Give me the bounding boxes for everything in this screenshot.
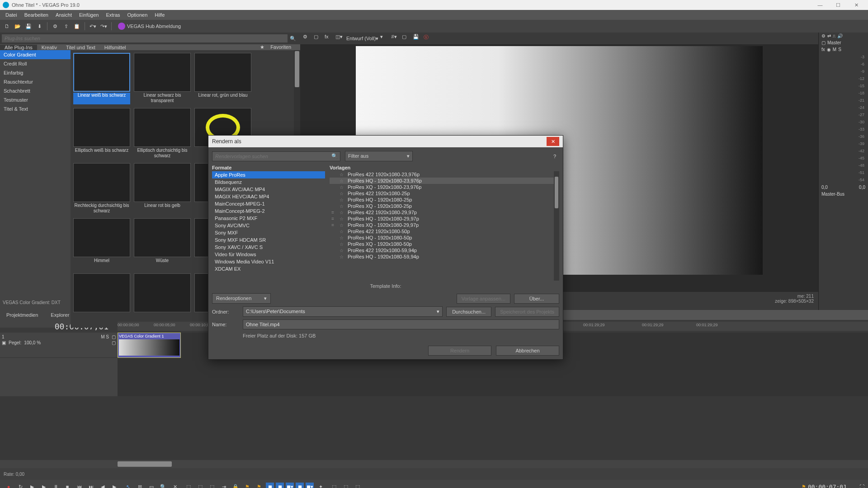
- undo-icon[interactable]: ↶▾: [88, 21, 98, 31]
- menu-hilfe[interactable]: Hilfe: [151, 12, 168, 18]
- preset-item[interactable]: [134, 273, 191, 325]
- new-icon[interactable]: 🗋: [2, 21, 12, 31]
- marker1-icon[interactable]: ⚑: [242, 482, 252, 488]
- misc1-icon[interactable]: ⬚: [329, 482, 339, 488]
- preview-v-icon[interactable]: Ⓥ: [424, 34, 433, 43]
- link-icon[interactable]: ⇄: [827, 33, 831, 38]
- lock-icon[interactable]: 🔒: [231, 482, 241, 488]
- preview-settings-icon[interactable]: ⚙: [303, 34, 312, 43]
- format-item[interactable]: XDCAM EX: [212, 265, 325, 272]
- selection-tool[interactable]: ▭: [146, 482, 156, 488]
- tab-all-plugins[interactable]: Alle Plug-Ins: [0, 45, 37, 50]
- template-item[interactable]: ☆ProRes HQ - 868x488-59,94p: [330, 253, 559, 260]
- play-button[interactable]: ▶: [39, 482, 49, 488]
- format-item[interactable]: Sony MXF: [212, 229, 325, 236]
- snap-icon[interactable]: ⬚: [184, 482, 193, 488]
- template-item[interactable]: ☆ProRes 422 868x488-59,94p: [330, 247, 559, 253]
- template-search-input[interactable]: [212, 151, 340, 161]
- properties-icon[interactable]: ⚙: [50, 21, 60, 31]
- prev-frame-button[interactable]: ◀: [98, 482, 108, 488]
- record-button[interactable]: ●: [4, 482, 14, 488]
- delete-tool[interactable]: ✕: [170, 482, 180, 488]
- browse-button[interactable]: Durchsuchen...: [446, 307, 491, 317]
- format-item[interactable]: Video für Windows: [212, 251, 325, 258]
- preset-item[interactable]: Linear weiß bis schwarz: [73, 53, 130, 104]
- plugin-search-input[interactable]: [2, 34, 288, 42]
- misc3-icon[interactable]: ⬚: [353, 482, 363, 488]
- template-item[interactable]: =☆ProRes HQ - 868x488-29,97p: [330, 216, 559, 222]
- track-header-1[interactable]: 1M S▢ ▣Pegel:100,0 %▢: [0, 333, 118, 358]
- next-frame-button[interactable]: ▶: [109, 482, 119, 488]
- pause-button[interactable]: ⏸: [51, 482, 61, 488]
- gear-icon[interactable]: ⚙: [821, 33, 826, 38]
- template-item[interactable]: ☆ProRes 422 868x488-23,976p: [330, 171, 559, 178]
- preset-item[interactable]: Himmel: [73, 218, 130, 270]
- envelope-tool[interactable]: ⊞: [135, 482, 145, 488]
- customize-template-button[interactable]: Vorlage anpassen...: [457, 294, 510, 304]
- preset-item[interactable]: Linear rot, grün und blau: [194, 53, 251, 104]
- format-item[interactable]: MainConcept-MPEG-2: [212, 207, 325, 215]
- menu-ansicht[interactable]: Ansicht: [52, 12, 75, 18]
- render-icon[interactable]: ⬇: [34, 21, 44, 31]
- templates-scrollbar[interactable]: [554, 171, 559, 281]
- template-item[interactable]: =☆ProRes 422 868x488-29,97p: [330, 209, 559, 216]
- expand-icon[interactable]: ⛶: [859, 484, 864, 488]
- template-item[interactable]: ☆ProRes XQ - 868x488-25p: [330, 203, 559, 209]
- minimize-button[interactable]: —: [811, 0, 829, 10]
- maximize-button[interactable]: ☐: [829, 0, 847, 10]
- snap3-icon[interactable]: ⬚: [207, 482, 217, 488]
- preview-quality-dropdown[interactable]: Entwurf (Voll)▾: [346, 36, 378, 42]
- volume-icon[interactable]: 🔊: [837, 33, 843, 38]
- format-item[interactable]: MAGIX AVC/AAC MP4: [212, 186, 325, 193]
- cat-credit-roll[interactable]: Credit Roll: [0, 59, 71, 68]
- tool-b3[interactable]: ◼▾: [286, 483, 294, 488]
- format-item[interactable]: Sony MXF HDCAM SR: [212, 236, 325, 244]
- cat-einfarbig[interactable]: Einfarbig: [0, 68, 71, 77]
- render-button[interactable]: Rendern: [428, 346, 491, 356]
- tab-favoriten[interactable]: ★ Favoriten: [255, 44, 300, 50]
- normal-edit-tool[interactable]: ↖: [123, 482, 133, 488]
- preview-copy-icon[interactable]: ▢: [402, 34, 411, 43]
- dialog-close-button[interactable]: ✕: [547, 137, 559, 146]
- close-window-button[interactable]: ✕: [847, 0, 865, 10]
- preset-item[interactable]: Elliptisch durchsichtig bis schwarz: [134, 108, 191, 160]
- go-end-button[interactable]: ⏭: [86, 482, 96, 488]
- menu-extras[interactable]: Extras: [102, 12, 123, 18]
- menu-optionen[interactable]: Optionen: [124, 12, 151, 18]
- preset-item[interactable]: Elliptisch weiß bis schwarz: [73, 108, 130, 160]
- tab-hilfsmittel[interactable]: Hilfsmittel: [100, 45, 131, 50]
- project-location-button[interactable]: Speicherort des Projekts: [495, 307, 559, 317]
- meter-icon[interactable]: ⎍: [833, 33, 835, 38]
- template-item[interactable]: ☆ProRes 422 868x488-50p: [330, 228, 559, 235]
- preset-item[interactable]: Rechteckig durchsichtig bis schwarz: [73, 163, 130, 215]
- marker2-icon[interactable]: ⚑: [254, 482, 264, 488]
- template-item[interactable]: ☆ProRes XQ - 868x488-50p: [330, 241, 559, 247]
- transport-timecode[interactable]: 00:00:07;01: [808, 483, 847, 488]
- cat-schachbrett[interactable]: Schachbrett: [0, 86, 71, 95]
- play-start-button[interactable]: ▶: [27, 482, 37, 488]
- template-item[interactable]: =☆ProRes XQ - 868x488-29,97p: [330, 222, 559, 228]
- tool-ext[interactable]: ✦: [316, 482, 326, 488]
- snap2-icon[interactable]: ⬚: [195, 482, 205, 488]
- auto-ripple-icon[interactable]: ⇥: [219, 482, 229, 488]
- preset-item[interactable]: [73, 273, 130, 325]
- cat-titel-text[interactable]: Titel & Text: [0, 104, 71, 113]
- menu-einfuegen[interactable]: Einfügen: [75, 12, 102, 18]
- upload-icon[interactable]: ⇪: [61, 21, 71, 31]
- open-icon[interactable]: 📂: [13, 21, 23, 31]
- filename-input[interactable]: [243, 319, 559, 329]
- folder-combo[interactable]: C:\Users\Peter\Documents▾: [243, 306, 443, 317]
- format-item[interactable]: Apple ProRes: [212, 171, 325, 178]
- format-item[interactable]: Bildsequenz: [212, 178, 325, 186]
- preview-save-icon[interactable]: 💾: [413, 34, 422, 43]
- cat-testmuster[interactable]: Testmuster: [0, 95, 71, 104]
- menu-bearbeiten[interactable]: Bearbeiten: [21, 12, 52, 18]
- preset-item[interactable]: Linear schwarz bis transparent: [134, 53, 191, 104]
- cancel-button[interactable]: Abbrechen: [496, 346, 559, 356]
- tab-kreativ[interactable]: Kreativ: [37, 45, 61, 50]
- search-icon[interactable]: 🔍: [288, 33, 298, 43]
- format-item[interactable]: MAGIX HEVC/AAC MP4: [212, 193, 325, 200]
- timeline-h-scrollbar[interactable]: [0, 460, 868, 468]
- tool-b4[interactable]: ◼: [296, 483, 304, 488]
- loop-button[interactable]: ↻: [15, 482, 25, 488]
